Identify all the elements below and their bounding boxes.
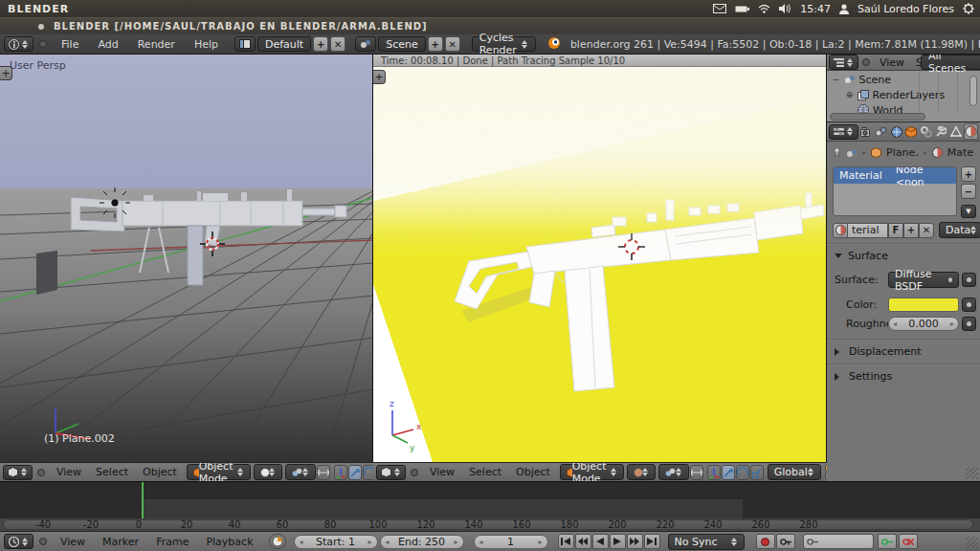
- material-unlink-button[interactable]: ✕: [919, 223, 934, 238]
- slider-right-arrow[interactable]: ▸: [950, 320, 954, 328]
- session-gear-icon[interactable]: [963, 3, 974, 14]
- menu-help[interactable]: Help: [186, 38, 227, 51]
- view-menu[interactable]: View: [423, 466, 461, 478]
- viewport-3d-solid[interactable]: User Persp + (1) Plane.002: [0, 55, 373, 462]
- auto-keying-mode-button[interactable]: [776, 534, 795, 549]
- timeline-menu-playback[interactable]: Playback: [198, 536, 260, 548]
- tab-object-data[interactable]: [949, 123, 964, 140]
- tab-scene[interactable]: [875, 123, 889, 140]
- keying-set-field[interactable]: [803, 534, 874, 549]
- editor-type-button[interactable]: [829, 124, 858, 140]
- scale-manipulator-button[interactable]: [750, 465, 764, 480]
- panel-settings-header[interactable]: Settings: [835, 370, 892, 383]
- fake-user-button[interactable]: F: [888, 223, 903, 238]
- slot-add-button[interactable]: +: [961, 166, 976, 182]
- scene-delete-button[interactable]: ✕: [445, 36, 460, 52]
- roughness-node-socket-button[interactable]: [962, 317, 976, 331]
- header-collapse-toggle[interactable]: [39, 40, 47, 48]
- wifi-icon[interactable]: [758, 4, 770, 13]
- viewport-shading-select[interactable]: [627, 464, 656, 480]
- slider-left-arrow[interactable]: ◂: [893, 320, 897, 328]
- jump-to-end-button[interactable]: [644, 534, 660, 549]
- header-collapse-toggle[interactable]: [411, 469, 418, 476]
- material-sphere-icon[interactable]: [932, 147, 943, 158]
- transform-orientation-select[interactable]: Global: [768, 464, 821, 480]
- timeline-menu-marker[interactable]: Marker: [95, 536, 146, 548]
- insert-keyframe-button[interactable]: [878, 534, 897, 549]
- manipulator-toggle-button[interactable]: [690, 465, 703, 480]
- menu-add[interactable]: Add: [89, 38, 126, 51]
- tab-modifiers[interactable]: [934, 123, 948, 140]
- clock[interactable]: 15:47: [800, 3, 831, 15]
- mode-select[interactable]: Object Mode: [187, 464, 251, 480]
- scene-icon[interactable]: [846, 148, 858, 158]
- region-expand-tab[interactable]: +: [0, 66, 12, 80]
- material-browse-icon-button[interactable]: [833, 223, 848, 238]
- play-reverse-button[interactable]: [592, 534, 609, 549]
- editor-type-button[interactable]: [3, 465, 33, 480]
- previous-keyframe-button[interactable]: [575, 534, 591, 549]
- material-name-field[interactable]: terial: [848, 223, 888, 238]
- jump-to-start-button[interactable]: [558, 534, 574, 549]
- timeline-menu-view[interactable]: View: [53, 536, 93, 548]
- material-slot-list[interactable]: Material Node <non: [833, 166, 957, 216]
- crumb-object[interactable]: Plane.: [886, 146, 919, 159]
- expander-icon[interactable]: −: [833, 75, 840, 84]
- color-node-socket-button[interactable]: [962, 298, 976, 312]
- translate-manipulator-button[interactable]: [348, 465, 362, 480]
- outliner-menu-view[interactable]: View: [874, 56, 910, 69]
- slot-specials-button[interactable]: ▼: [961, 205, 976, 218]
- next-keyframe-button[interactable]: [627, 534, 643, 549]
- menu-file[interactable]: File: [53, 38, 87, 51]
- sync-mode-select[interactable]: No Sync: [668, 534, 745, 550]
- layout-delete-button[interactable]: ✕: [330, 36, 345, 52]
- diffuse-color-swatch[interactable]: [888, 298, 959, 312]
- timeline-menu-frame[interactable]: Frame: [148, 536, 196, 548]
- translate-manipulator-button[interactable]: [722, 465, 735, 480]
- screen-layout-icon-button[interactable]: [234, 36, 256, 52]
- current-frame-marker[interactable]: [142, 482, 144, 519]
- pivot-point-select[interactable]: [285, 464, 316, 480]
- battery-icon[interactable]: [735, 5, 749, 13]
- render-engine-select[interactable]: Cycles Render: [472, 36, 536, 52]
- datablock-type-select[interactable]: Data: [939, 222, 980, 238]
- select-menu[interactable]: Select: [462, 466, 508, 478]
- layer-buttons[interactable]: [825, 465, 827, 479]
- slider-right-arrow[interactable]: ▸: [455, 538, 458, 546]
- tab-world[interactable]: [889, 123, 903, 140]
- region-expand-tab[interactable]: +: [373, 70, 386, 84]
- scene-icon-button[interactable]: [355, 36, 376, 52]
- mode-select[interactable]: Object Mode: [560, 464, 624, 480]
- screen-layout-name[interactable]: Default: [257, 36, 311, 52]
- slider-left-arrow[interactable]: ◂: [386, 538, 390, 546]
- expander-icon[interactable]: ⊕: [846, 90, 854, 99]
- tab-constraints[interactable]: [920, 123, 934, 140]
- timeline-ruler[interactable]: -40-200204060801001201401601802002202402…: [0, 518, 980, 531]
- object-menu[interactable]: Object: [136, 466, 184, 478]
- material-slot-active[interactable]: Material Node <non: [834, 167, 956, 184]
- roughness-slider[interactable]: ◂ 0.000 ▸: [888, 317, 959, 331]
- surface-shader-select[interactable]: Diffuse BSDF: [888, 272, 959, 288]
- header-collapse-toggle[interactable]: [39, 538, 47, 545]
- mail-icon[interactable]: [713, 4, 726, 13]
- material-new-button[interactable]: +: [903, 223, 919, 238]
- rotate-manipulator-button[interactable]: [363, 465, 373, 480]
- crumb-material[interactable]: Mate: [947, 146, 973, 159]
- manipulator-axes-icon[interactable]: [707, 465, 721, 480]
- pivot-point-select[interactable]: [658, 464, 689, 480]
- panel-displacement-header[interactable]: Displacement: [835, 345, 922, 358]
- surface-node-socket-button[interactable]: [962, 273, 976, 287]
- view-menu[interactable]: View: [50, 466, 88, 478]
- scene-name[interactable]: Scene: [378, 36, 426, 52]
- slider-right-arrow[interactable]: ▸: [368, 538, 372, 546]
- outliner-filter-select[interactable]: All Scenes: [921, 55, 980, 70]
- viewport-3d-rendered[interactable]: z x y Time: 00:08.10 | Done | Path Traci…: [373, 55, 827, 462]
- slot-remove-button[interactable]: −: [961, 184, 976, 199]
- object-menu[interactable]: Object: [509, 466, 557, 478]
- region-resize-corner[interactable]: [966, 537, 978, 549]
- user-menu[interactable]: Saúl Loredo Flores: [858, 3, 954, 15]
- slider-left-arrow[interactable]: ◂: [479, 538, 483, 546]
- timeline-track-area[interactable]: [0, 481, 980, 518]
- slider-left-arrow[interactable]: ◂: [300, 538, 303, 546]
- rotate-manipulator-button[interactable]: [736, 465, 749, 480]
